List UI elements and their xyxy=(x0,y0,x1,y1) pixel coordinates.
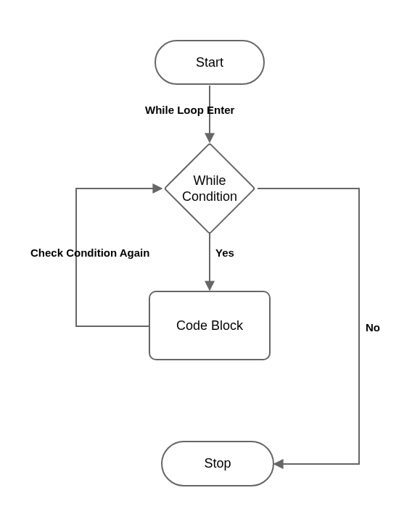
code-block-node: Code Block xyxy=(149,291,271,360)
start-node: Start xyxy=(155,40,265,85)
edge-label-check-again: Check Condition Again xyxy=(30,246,149,259)
edge-label-enter: While Loop Enter xyxy=(145,104,234,116)
code-block-label: Code Block xyxy=(176,318,243,334)
stop-label: Stop xyxy=(204,456,231,471)
edge-label-yes: Yes xyxy=(215,246,234,259)
edge-label-no: No xyxy=(366,321,380,334)
condition-label: While Condition xyxy=(159,156,260,221)
start-label: Start xyxy=(196,55,223,70)
stop-node: Stop xyxy=(161,441,274,486)
